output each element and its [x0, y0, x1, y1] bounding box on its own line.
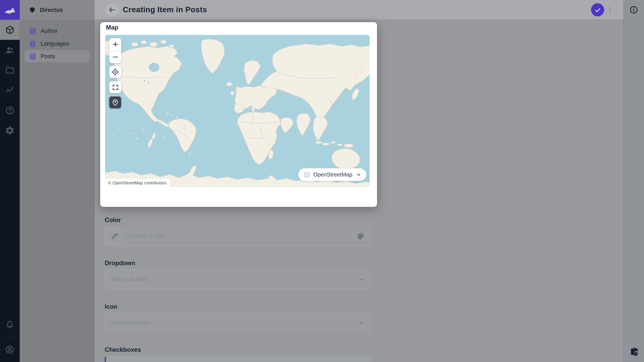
- database-icon: [29, 39, 36, 47]
- users-icon: [5, 45, 15, 55]
- nav-item-label: Author: [40, 27, 58, 34]
- nav-item-author[interactable]: Author: [25, 25, 90, 37]
- nav-item-languages[interactable]: Languages: [25, 37, 90, 50]
- map-field-label: Map: [106, 24, 118, 31]
- save-button[interactable]: [591, 3, 604, 16]
- more-vert-icon: [606, 6, 614, 13]
- plus-icon: [112, 40, 119, 48]
- palette-icon[interactable]: [356, 232, 365, 240]
- bell-icon: [5, 320, 15, 330]
- nav-item-posts[interactable]: Posts: [25, 50, 90, 62]
- color-swatch-button[interactable]: [107, 229, 122, 243]
- chevron-down-icon[interactable]: [358, 319, 365, 327]
- minus-icon: [112, 53, 119, 61]
- map-canvas[interactable]: © OpenStreetMap contributors OpenStreetM…: [105, 35, 370, 187]
- right-sidebar-strip: [624, 0, 644, 362]
- module-bar: [0, 0, 20, 362]
- rabbit-logo-icon: [4, 5, 16, 15]
- module-file-library[interactable]: [0, 60, 20, 80]
- project-name: Directus: [40, 6, 63, 13]
- map-attribution[interactable]: © OpenStreetMap contributors: [105, 179, 170, 187]
- more-options-button[interactable]: [606, 3, 614, 16]
- zoom-control-group: [109, 38, 121, 63]
- database-icon: [29, 27, 36, 35]
- chevron-down-icon[interactable]: [358, 275, 365, 283]
- icon-search-input[interactable]: [105, 319, 358, 326]
- navigation-sidebar: Directus Author Languages Posts: [20, 0, 94, 362]
- module-content[interactable]: [0, 20, 20, 40]
- clipboard-clock-icon: [629, 347, 639, 357]
- module-user-directory[interactable]: [0, 40, 20, 60]
- module-insights[interactable]: [0, 80, 20, 100]
- gear-icon: [5, 125, 15, 135]
- revisions-sidebar-toggle[interactable]: [628, 346, 640, 358]
- icon-field[interactable]: [105, 313, 370, 333]
- color-field: [105, 226, 370, 246]
- add-marker-button[interactable]: [109, 96, 121, 108]
- zoom-out-button[interactable]: [109, 51, 121, 63]
- nav-item-label: Languages: [40, 40, 69, 47]
- folder-icon: [5, 65, 15, 75]
- fullscreen-button[interactable]: [109, 81, 121, 93]
- geolocate-button[interactable]: [109, 66, 121, 78]
- arrow-back-icon: [108, 6, 116, 14]
- account-button[interactable]: [0, 342, 20, 357]
- module-help[interactable]: [0, 100, 20, 120]
- icon-field-label: Icon: [105, 303, 118, 310]
- my-location-icon: [111, 68, 119, 76]
- nav-item-label: Posts: [40, 53, 55, 59]
- basemap-selector[interactable]: OpenStreetMap: [298, 168, 366, 181]
- dropdown-field[interactable]: [105, 269, 370, 289]
- database-icon: [29, 52, 36, 60]
- account-circle-icon: [5, 345, 15, 355]
- world-map: [105, 35, 370, 187]
- basemap-label: OpenStreetMap: [313, 172, 352, 178]
- zoom-in-button[interactable]: [109, 38, 121, 50]
- cube-icon: [5, 25, 15, 35]
- project-header[interactable]: Directus: [20, 0, 94, 20]
- module-settings[interactable]: [0, 120, 20, 140]
- map-pin-plus-icon: [111, 98, 119, 106]
- basemap-icon: [303, 171, 310, 178]
- back-button[interactable]: [106, 3, 118, 16]
- checkboxes-field-label: Checkboxes: [105, 346, 141, 353]
- dropdown-input[interactable]: [105, 276, 358, 282]
- directus-project-icon: [29, 6, 36, 13]
- dropdown-field-label: Dropdown: [105, 259, 135, 267]
- insights-icon: [5, 85, 15, 95]
- app-window: Directus Author Languages Posts: [0, 0, 644, 362]
- info-icon: [629, 5, 638, 14]
- checkboxes-group[interactable]: [105, 356, 371, 362]
- chevron-down-icon: [355, 171, 362, 178]
- help-icon: [5, 105, 15, 115]
- collections-list: Author Languages Posts: [20, 20, 94, 68]
- notifications-button[interactable]: [0, 317, 20, 332]
- fullscreen-icon: [112, 83, 119, 91]
- eyedropper-icon: [111, 232, 118, 240]
- info-sidebar-toggle[interactable]: [627, 3, 640, 16]
- module-bar-divider: [5, 337, 15, 337]
- color-input[interactable]: [122, 233, 356, 239]
- color-field-label: Color: [105, 216, 121, 223]
- module-bar-bottom: [0, 317, 20, 362]
- page-title: Creating Item in Posts: [123, 5, 207, 14]
- directus-logo-button[interactable]: [0, 0, 20, 20]
- check-icon: [594, 6, 602, 14]
